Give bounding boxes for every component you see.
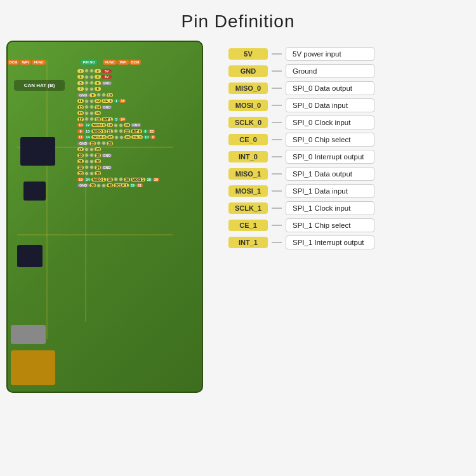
legend-badge: GND bbox=[228, 65, 268, 77]
board-visual: CAN HAT (B) BCM WPI FUNC PIN NO FUNC WPI… bbox=[6, 41, 203, 393]
legend-description: SPI_1 Clock input bbox=[286, 201, 374, 215]
legend-description: SPI_0 Interrupt output bbox=[286, 150, 374, 164]
legend-description: SPI_0 Data output bbox=[286, 81, 374, 95]
legend-connector-line bbox=[272, 88, 282, 89]
legend-connector-line bbox=[272, 70, 282, 72]
legend-badge: MOSI_0 bbox=[228, 100, 268, 111]
legend-section: 5V5V power inputGNDGroundMISO_0SPI_0 Dat… bbox=[228, 47, 470, 393]
legend-row: SCLK_1SPI_1 Clock input bbox=[228, 201, 470, 215]
legend-badge: CE_0 bbox=[228, 134, 268, 145]
legend-row: CE_1SPI_1 Chip select bbox=[228, 218, 470, 232]
legend-row: GNDGround bbox=[228, 64, 470, 78]
legend-description: SPI_1 Data input bbox=[286, 184, 374, 198]
legend-row: INT_1SPI_1 Interrupt output bbox=[228, 235, 470, 249]
legend-connector-line bbox=[272, 122, 282, 123]
legend-badge: INT_0 bbox=[228, 151, 268, 162]
legend-description: 5V power input bbox=[286, 47, 374, 61]
legend-connector-line bbox=[272, 190, 282, 192]
legend-description: SPI_1 Chip select bbox=[286, 218, 374, 232]
legend-badge: SCLK_0 bbox=[228, 117, 268, 128]
legend-description: Ground bbox=[286, 64, 374, 78]
page-title: Pin Definition bbox=[182, 11, 295, 32]
main-content: CAN HAT (B) BCM WPI FUNC PIN NO FUNC WPI… bbox=[0, 41, 476, 393]
legend-connector-line bbox=[272, 208, 282, 209]
legend-row: MISO_0SPI_0 Data output bbox=[228, 81, 470, 95]
legend-row: 5V5V power input bbox=[228, 47, 470, 61]
legend-connector-line bbox=[272, 156, 282, 157]
legend-description: SPI_1 Data output bbox=[286, 167, 374, 181]
board-section: CAN HAT (B) BCM WPI FUNC PIN NO FUNC WPI… bbox=[6, 41, 222, 393]
legend-row: CE_0SPI_0 Chip select bbox=[228, 133, 470, 147]
legend-badge: MOSI_1 bbox=[228, 185, 268, 197]
legend-row: MOSI_1SPI_1 Data input bbox=[228, 184, 470, 198]
legend-description: SPI_0 Clock input bbox=[286, 116, 374, 129]
legend-connector-line bbox=[272, 225, 282, 226]
legend-badge: MISO_0 bbox=[228, 83, 268, 94]
legend-badge: SCLK_1 bbox=[228, 202, 268, 214]
legend-connector-line bbox=[272, 53, 282, 55]
legend-row: MOSI_0SPI_0 Data input bbox=[228, 98, 470, 112]
legend-connector-line bbox=[272, 173, 282, 175]
legend-connector-line bbox=[272, 242, 282, 243]
legend-badge: 5V bbox=[228, 48, 268, 60]
legend-description: SPI_0 Data input bbox=[286, 98, 374, 112]
legend-row: SCLK_0SPI_0 Clock input bbox=[228, 116, 470, 129]
legend-row: MISO_1SPI_1 Data output bbox=[228, 167, 470, 181]
legend-description: SPI_1 Interrupt output bbox=[286, 235, 374, 249]
legend-connector-line bbox=[272, 105, 282, 106]
legend-badge: CE_1 bbox=[228, 220, 268, 231]
legend-row: INT_0SPI_0 Interrupt output bbox=[228, 150, 470, 164]
legend-description: SPI_0 Chip select bbox=[286, 133, 374, 147]
legend-connector-line bbox=[272, 139, 282, 140]
legend-badge: MISO_1 bbox=[228, 168, 268, 180]
legend-badge: INT_1 bbox=[228, 237, 268, 248]
